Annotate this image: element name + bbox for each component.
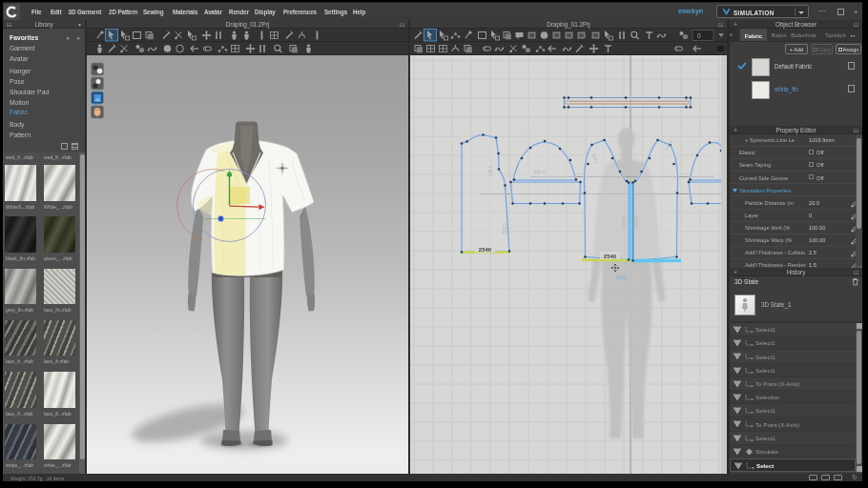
svg-text:508.2: 508.2 xyxy=(503,222,507,234)
svg-text:2540: 2540 xyxy=(479,247,492,253)
svg-text:362.4: 362.4 xyxy=(534,170,546,174)
svg-text:0: 0 xyxy=(697,32,701,39)
svg-text:5060: 5060 xyxy=(616,274,627,280)
svg-text:1088.4: 1088.4 xyxy=(634,215,639,229)
svg-text:549.1: 549.1 xyxy=(488,165,493,176)
svg-text:2540: 2540 xyxy=(604,254,617,259)
svg-text:1088.4: 1088.4 xyxy=(622,215,627,229)
